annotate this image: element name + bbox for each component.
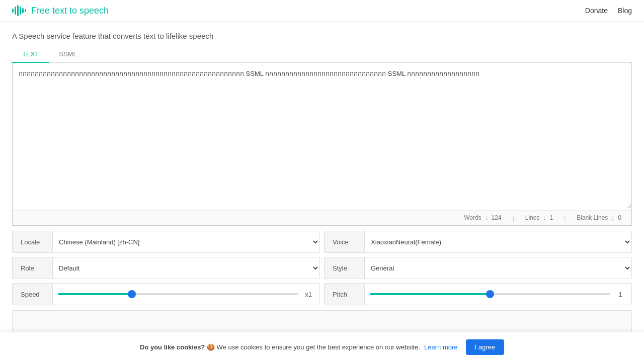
speed-value: x1 [302,291,314,298]
role-select[interactable]: Default [53,257,319,279]
voice-control: Voice XiaoxiaoNeural(Female)XiaohanNeura… [324,231,632,253]
page-subtitle: A Speech service feature that converts t… [0,22,644,46]
words-stat: Words：124 [462,214,503,222]
locale-control: Locale Chinese (Mainland) [zh-CN]English… [12,231,320,253]
donate-link[interactable]: Donate [585,7,608,15]
logo-text: Free text to speech [31,6,109,16]
tab-ssml[interactable]: SSML [49,46,87,63]
controls-grid: Locale Chinese (Mainland) [zh-CN]English… [12,231,632,305]
style-control: Style GeneralChatCheerfulSad [324,257,632,279]
blank-lines-stat: Blank Lines：0 [575,214,623,222]
lines-stat: Lines：1 [523,214,555,222]
pitch-control: Pitch 1 [324,283,632,305]
voice-label: Voice [325,231,365,252]
pitch-value: 1 [614,291,626,298]
pitch-label: Pitch [325,284,365,305]
voice-select[interactable]: XiaoxiaoNeural(Female)XiaohanNeural(Fema… [365,231,631,252]
speed-slider[interactable] [58,293,298,295]
cookie-banner: Do you like cookies? 🍪 We use cookies to… [0,332,644,335]
speed-label: Speed [13,284,53,305]
pitch-slider[interactable] [370,293,610,295]
app-header: Free text to speech Donate Blog [0,0,644,22]
locale-select[interactable]: Chinese (Mainland) [zh-CN]English (US) [… [53,231,319,252]
editor-wrapper: กกกกกกกกกกกกกกกกกกกกกกกกกกกกกกกกกกกกกกกก… [12,63,632,226]
locale-label: Locale [13,231,53,252]
logo-icon [12,5,26,16]
logo: Free text to speech [12,5,109,16]
blog-link[interactable]: Blog [618,7,632,15]
style-label: Style [325,257,365,279]
style-select[interactable]: GeneralChatCheerfulSad [365,257,631,279]
tab-bar: TEXT SSML [12,46,632,63]
editor-footer: Words：124 | Lines：1 | Blank Lines：0 [13,210,631,225]
tab-text[interactable]: TEXT [12,46,49,63]
nav-links: Donate Blog [585,7,632,15]
text-input[interactable]: กกกกกกกกกกกกกกกกกกกกกกกกกกกกกกกกกกกกกกกก… [13,63,631,209]
speed-control: Speed x1 [12,283,320,305]
role-control: Role Default [12,257,320,279]
role-label: Role [13,257,53,279]
